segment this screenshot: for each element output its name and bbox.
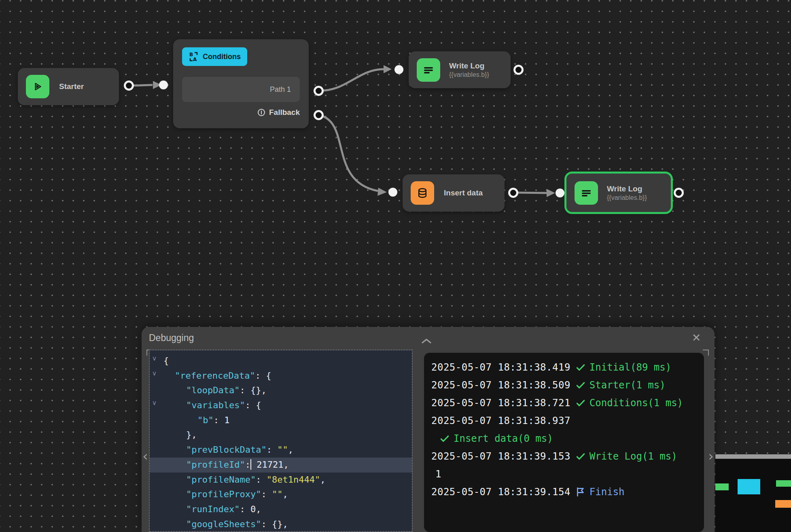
json-row-selected[interactable]: "profileId": 21721,: [150, 458, 412, 473]
json-row[interactable]: v{: [150, 354, 412, 369]
node-title: Starter: [59, 82, 84, 91]
json-row[interactable]: "loopData": {},: [150, 383, 412, 398]
json-line-text: },: [150, 428, 197, 443]
success-check-icon: [575, 380, 586, 390]
collapse-chevron-icon[interactable]: v: [153, 356, 156, 362]
edge-fallback-to-insert-data[interactable]: [318, 115, 387, 196]
debugging-header[interactable]: Debugging ✕: [142, 327, 715, 352]
log-timestamp: 2025-05-07 18:31:38.721: [431, 394, 570, 412]
json-line-text: "prevBlockData": "",: [150, 443, 293, 458]
node-write-log-2-selected[interactable]: Write Log {{variables.b}}: [566, 174, 671, 212]
json-line-text: "runIndex": 0,: [150, 502, 261, 517]
play-icon: [26, 75, 49, 98]
log-row: 2025-05-07 18:31:38.509Starter(1 ms): [431, 376, 697, 394]
panel-title: Debugging: [149, 333, 194, 343]
scroll-right-icon[interactable]: ›: [706, 449, 715, 463]
log-status: Initial(89 ms): [590, 358, 671, 376]
svg-text:B: B: [189, 52, 193, 57]
json-row[interactable]: "b": 1: [150, 413, 412, 428]
log-timestamp: 2025-05-07 18:31:38.509: [431, 376, 570, 394]
collapse-chevron-icon[interactable]: v: [153, 371, 156, 377]
json-row[interactable]: "prevBlockData": "",: [150, 443, 412, 458]
minimap[interactable]: [715, 454, 791, 532]
json-row[interactable]: v"variables": {: [150, 398, 412, 413]
log-row: 2025-05-07 18:31:39.153Write Log(1 ms): [431, 447, 697, 465]
port-write-log-1-input[interactable]: [394, 65, 403, 74]
log-row: 2025-05-07 18:31:38.721Conditions(1 ms): [431, 394, 697, 412]
edge-path1-to-write-log[interactable]: [318, 65, 392, 91]
log-status: Finish: [590, 483, 625, 501]
conditions-badge[interactable]: B A Conditions: [182, 47, 247, 66]
node-title: Write Log: [449, 61, 489, 71]
finish-flag-icon: [575, 487, 586, 497]
log-timestamp: 2025-05-07 18:31:39.154: [431, 483, 570, 501]
corner-bracket-right: [703, 350, 709, 356]
json-line-text: "variables": {: [150, 398, 261, 413]
node-subtitle: {{variables.b}}: [607, 194, 647, 201]
node-insert-data[interactable]: Insert data: [403, 174, 505, 212]
svg-text:A: A: [193, 57, 197, 62]
json-line-text: "profileId": 21721,: [150, 458, 289, 473]
port-insert-data-input[interactable]: [388, 188, 397, 197]
fallback-label: Fallback: [269, 108, 300, 117]
json-row[interactable]: "runIndex": 0,: [150, 502, 412, 517]
success-check-icon: [575, 362, 586, 373]
log-status: Write Log(1 ms): [590, 447, 677, 465]
port-path1-output[interactable]: [314, 86, 324, 96]
json-row[interactable]: v"referenceData": {: [150, 369, 412, 384]
json-line-text: "profileProxy": "",: [150, 487, 288, 502]
port-insert-data-output[interactable]: [508, 188, 518, 198]
port-write-log-1-output[interactable]: [513, 65, 524, 75]
json-line-text: "referenceData": {: [150, 369, 271, 384]
scroll-left-icon[interactable]: ‹: [141, 449, 150, 463]
port-conditions-input[interactable]: [159, 81, 168, 89]
port-starter-output[interactable]: [124, 81, 134, 91]
close-icon[interactable]: ✕: [690, 332, 702, 344]
node-conditions[interactable]: B A Conditions Path 1 Fallback: [173, 39, 309, 128]
node-subtitle: {{variables.b}}: [449, 71, 489, 78]
collapse-chevron-icon[interactable]: v: [153, 400, 156, 406]
json-row[interactable]: },: [150, 428, 412, 443]
log-row: 2025-05-07 18:31:38.419Initial(89 ms): [431, 358, 697, 376]
log-status: Conditions(1 ms): [590, 394, 683, 412]
log-timestamp: 2025-05-07 18:31:38.419: [431, 358, 570, 376]
log-lines-icon: [417, 58, 440, 82]
node-write-log-1[interactable]: Write Log {{variables.b}}: [409, 51, 511, 88]
fallback-info-icon: [257, 108, 265, 117]
json-line-text: "b": 1: [150, 413, 230, 428]
log-status: Insert data(0 ms): [454, 430, 553, 447]
conditions-badge-label: Conditions: [203, 53, 241, 61]
json-line-text: "profileName": "8et1n444",: [150, 473, 325, 487]
port-write-log-2-input[interactable]: [556, 189, 564, 197]
minimap-node-starter: [715, 483, 729, 490]
collapse-panel-button[interactable]: [421, 337, 432, 345]
debugging-panel: Debugging ✕ v{v"referenceData": {"loopDa…: [142, 327, 715, 532]
json-row[interactable]: "googleSheets": {},: [150, 517, 412, 532]
success-check-icon: [575, 451, 586, 462]
log-row: Insert data(0 ms): [431, 430, 697, 447]
node-title: Write Log: [607, 184, 647, 194]
minimap-panel-bar: [715, 454, 791, 459]
conditions-path-row[interactable]: Path 1: [182, 77, 300, 102]
minimap-node-insert-data: [775, 500, 791, 508]
path-label: Path 1: [270, 85, 291, 94]
success-check-icon: [439, 433, 450, 444]
log-row: 1: [431, 465, 697, 483]
log-status: Starter(1 ms): [590, 376, 666, 394]
success-check-icon: [575, 398, 586, 408]
json-tree[interactable]: v{v"referenceData": {"loopData": {},v"va…: [149, 350, 413, 532]
conditions-fallback-row[interactable]: Fallback: [182, 107, 300, 118]
log-timestamp: 2025-05-07 18:31:38.937: [431, 412, 570, 430]
edge-insert-data-to-write-log[interactable]: [513, 189, 555, 197]
json-row[interactable]: "profileProxy": "",: [150, 487, 412, 502]
json-row[interactable]: "profileName": "8et1n444",: [150, 473, 412, 487]
port-fallback-output[interactable]: [314, 110, 324, 120]
node-starter[interactable]: Starter: [18, 68, 119, 105]
conditions-branch-icon: B A: [189, 51, 199, 62]
json-line-text: "loopData": {},: [150, 383, 267, 398]
log-timestamp: 2025-05-07 18:31:39.153: [431, 447, 570, 465]
port-write-log-2-output[interactable]: [674, 188, 684, 198]
log-row: 2025-05-07 18:31:38.937: [431, 412, 697, 430]
json-line-text: "googleSheets": {},: [150, 517, 288, 532]
log-row: 2025-05-07 18:31:39.154Finish: [431, 483, 697, 501]
